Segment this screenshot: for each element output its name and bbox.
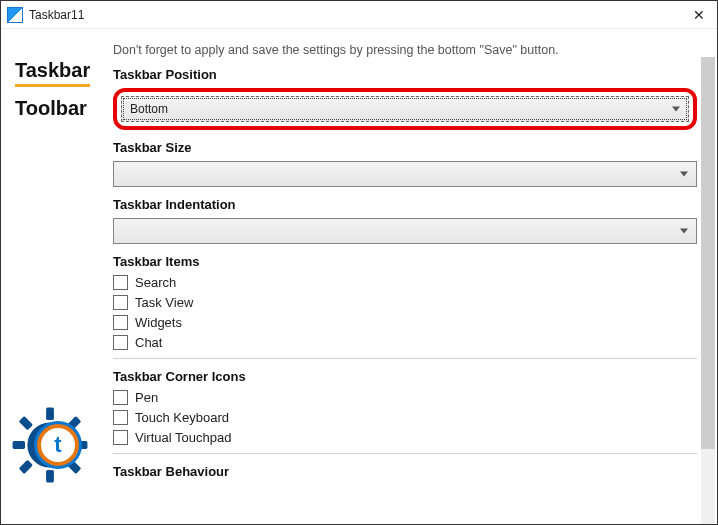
check-row-search[interactable]: Search [113, 275, 697, 290]
check-row-pen[interactable]: Pen [113, 390, 697, 405]
checkbox[interactable] [113, 390, 128, 405]
checkbox[interactable] [113, 295, 128, 310]
checkbox[interactable] [113, 410, 128, 425]
close-icon[interactable]: ✕ [689, 5, 709, 25]
checkbox[interactable] [113, 335, 128, 350]
checkbox[interactable] [113, 430, 128, 445]
titlebar: Taskbar11 ✕ [1, 1, 717, 29]
window-title: Taskbar11 [29, 8, 84, 22]
label-behaviour: Taskbar Behaviour [113, 464, 697, 479]
svg-rect-7 [19, 460, 33, 474]
app-icon [7, 7, 23, 23]
dropdown-value: Bottom [130, 102, 168, 116]
check-label: Task View [135, 295, 193, 310]
scrollbar[interactable] [701, 57, 715, 524]
check-label: Virtual Touchpad [135, 430, 231, 445]
check-row-touch-keyboard[interactable]: Touch Keyboard [113, 410, 697, 425]
label-taskbar-size: Taskbar Size [113, 140, 697, 155]
logo-badge: t [11, 406, 89, 484]
svg-rect-2 [46, 470, 54, 482]
hint-text: Don't forget to apply and save the setti… [113, 43, 697, 57]
highlight-taskbar-position: Bottom [113, 88, 697, 130]
svg-rect-1 [46, 408, 54, 420]
check-label: Pen [135, 390, 158, 405]
checkbox[interactable] [113, 315, 128, 330]
label-taskbar-indentation: Taskbar Indentation [113, 197, 697, 212]
dropdown-taskbar-position[interactable]: Bottom [121, 96, 689, 122]
checkbox[interactable] [113, 275, 128, 290]
check-label: Chat [135, 335, 162, 350]
tab-taskbar[interactable]: Taskbar [15, 57, 90, 87]
label-taskbar-items: Taskbar Items [113, 254, 697, 269]
tab-toolbar[interactable]: Toolbar [15, 95, 103, 122]
divider [113, 358, 697, 359]
badge-letter: t [37, 424, 79, 466]
check-row-chat[interactable]: Chat [113, 335, 697, 350]
label-corner-icons: Taskbar Corner Icons [113, 369, 697, 384]
svg-rect-5 [19, 416, 33, 430]
check-label: Touch Keyboard [135, 410, 229, 425]
scroll-thumb[interactable] [701, 57, 715, 449]
check-label: Search [135, 275, 176, 290]
check-label: Widgets [135, 315, 182, 330]
content: Taskbar Toolbar Don't forget to apply an… [1, 29, 717, 524]
main-panel: Don't forget to apply and save the setti… [103, 29, 717, 524]
divider [113, 453, 697, 454]
dropdown-taskbar-size[interactable] [113, 161, 697, 187]
check-row-widgets[interactable]: Widgets [113, 315, 697, 330]
svg-rect-3 [13, 441, 25, 449]
label-taskbar-position: Taskbar Position [113, 67, 697, 82]
check-row-taskview[interactable]: Task View [113, 295, 697, 310]
dropdown-taskbar-indentation[interactable] [113, 218, 697, 244]
check-row-virtual-touchpad[interactable]: Virtual Touchpad [113, 430, 697, 445]
